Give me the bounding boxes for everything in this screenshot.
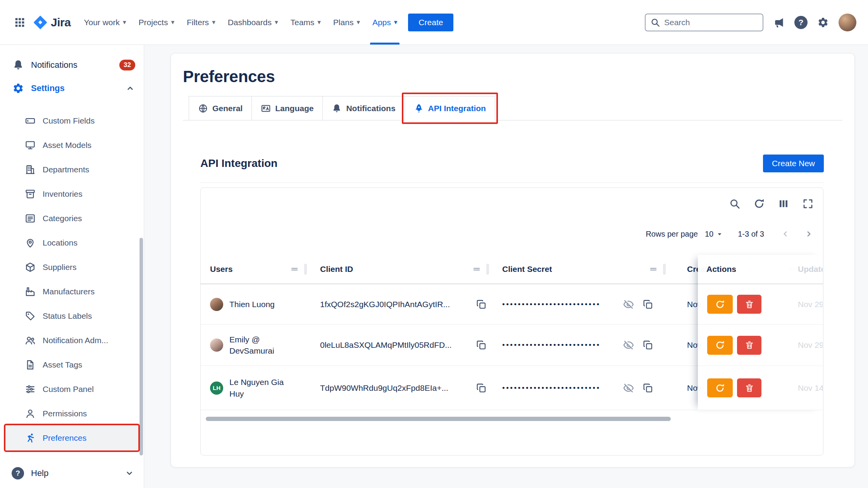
locations-icon bbox=[25, 237, 36, 248]
sidebar-item-notifications[interactable]: Notifications 32 bbox=[0, 53, 144, 77]
nav-item-apps[interactable]: Apps bbox=[366, 0, 403, 45]
help-icon bbox=[12, 467, 24, 479]
user-cell: Emily @ DevSamurai bbox=[201, 325, 311, 366]
horizontal-scrollbar[interactable] bbox=[206, 417, 671, 421]
nav-item-projects[interactable]: Projects bbox=[133, 0, 181, 45]
copy-icon[interactable] bbox=[642, 340, 653, 351]
nav-item-dashboards[interactable]: Dashboards bbox=[222, 0, 284, 45]
app-switcher-icon[interactable] bbox=[13, 16, 26, 29]
asset-models-icon bbox=[25, 140, 36, 151]
manufacturers-icon bbox=[25, 286, 36, 297]
nav-item-label: Filters bbox=[187, 18, 209, 27]
custom-fields-icon bbox=[25, 115, 36, 126]
actions-row: Nov 14 bbox=[698, 366, 823, 410]
chevron-down-icon bbox=[275, 18, 278, 26]
table-columns-icon[interactable] bbox=[778, 198, 789, 210]
tab-language[interactable]: Language bbox=[251, 96, 323, 120]
drag-icon[interactable] bbox=[648, 264, 658, 274]
announcements-icon[interactable] bbox=[773, 17, 785, 28]
sidebar-item-suppliers[interactable]: Suppliers bbox=[0, 255, 144, 279]
sidebar-item-settings[interactable]: Settings bbox=[0, 77, 144, 100]
rows-per-page-select[interactable]: 10 bbox=[705, 230, 724, 239]
eye-off-icon[interactable] bbox=[623, 299, 634, 310]
settings-label: Settings bbox=[31, 83, 118, 93]
bell-icon bbox=[12, 59, 24, 71]
copy-icon[interactable] bbox=[642, 299, 653, 310]
regenerate-button[interactable] bbox=[707, 295, 733, 314]
sidebar-item-categories[interactable]: Categories bbox=[0, 206, 144, 230]
chevron-down-icon bbox=[317, 18, 321, 26]
column-divider bbox=[663, 264, 666, 275]
table-refresh-icon[interactable] bbox=[753, 198, 765, 210]
help-icon[interactable] bbox=[794, 16, 808, 29]
table-fullscreen-icon[interactable] bbox=[802, 198, 814, 210]
rows-per-page-label: Rows per page bbox=[646, 230, 698, 239]
regenerate-button[interactable] bbox=[707, 378, 733, 397]
sidebar-item-inventories[interactable]: Inventories bbox=[0, 182, 144, 206]
eye-off-icon[interactable] bbox=[623, 383, 634, 393]
copy-icon[interactable] bbox=[476, 383, 487, 393]
create-button[interactable]: Create bbox=[408, 14, 453, 31]
sidebar-item-status-labels[interactable]: Status Labels bbox=[0, 304, 144, 328]
updated-column-header: Updated bbox=[798, 265, 823, 274]
drag-icon[interactable] bbox=[472, 264, 482, 274]
sidebar-item-asset-tags[interactable]: Asset Tags bbox=[0, 352, 144, 377]
nav-item-teams[interactable]: Teams bbox=[284, 0, 327, 45]
sidebar-item-help[interactable]: Help bbox=[0, 459, 144, 488]
refresh-icon bbox=[715, 299, 725, 309]
nav-item-filters[interactable]: Filters bbox=[181, 0, 222, 45]
jira-logo[interactable]: Jira bbox=[33, 15, 71, 29]
drag-icon[interactable] bbox=[289, 264, 300, 274]
column-header-label: Client Secret bbox=[502, 265, 552, 274]
sidebar-scrollbar[interactable] bbox=[140, 238, 143, 455]
sidebar-item-label: Categories bbox=[43, 214, 82, 223]
delete-button[interactable] bbox=[737, 295, 761, 314]
sidebar-item-custom-panel[interactable]: Custom Panel bbox=[0, 377, 144, 401]
logo-text: Jira bbox=[51, 16, 71, 29]
permissions-icon bbox=[25, 408, 36, 419]
delete-button[interactable] bbox=[737, 378, 761, 397]
sidebar-item-notification-adm[interactable]: Notification Adm... bbox=[0, 328, 144, 352]
settings-gear-icon[interactable] bbox=[817, 17, 829, 28]
delete-button[interactable] bbox=[737, 336, 761, 355]
copy-icon[interactable] bbox=[642, 383, 653, 393]
inventories-icon bbox=[25, 189, 36, 199]
sidebar-item-departments[interactable]: Departments bbox=[0, 157, 144, 182]
sidebar-item-manufacturers[interactable]: Manufacturers bbox=[0, 279, 144, 304]
table-search-icon[interactable] bbox=[729, 198, 741, 210]
create-new-button[interactable]: Create New bbox=[763, 155, 824, 172]
chevron-up-icon bbox=[125, 83, 135, 93]
notification-admin-icon bbox=[25, 335, 36, 346]
nav-item-label: Dashboards bbox=[228, 18, 272, 27]
trash-icon bbox=[745, 300, 754, 309]
language-icon bbox=[261, 103, 271, 113]
sidebar-item-locations[interactable]: Locations bbox=[0, 230, 144, 255]
sidebar-item-asset-models[interactable]: Asset Models bbox=[0, 133, 144, 157]
pagination-next-button[interactable] bbox=[804, 229, 814, 239]
categories-icon bbox=[25, 213, 36, 224]
client-id-cell: 0leLuL8aSXQLAMqPMtIly05RdFD... bbox=[311, 325, 493, 366]
sidebar-item-label: Preferences bbox=[43, 433, 86, 443]
tab-notifications[interactable]: Notifications bbox=[322, 96, 405, 120]
tab-api-integration[interactable]: API Integration bbox=[405, 96, 495, 120]
copy-icon[interactable] bbox=[476, 340, 487, 351]
sidebar-item-custom-fields[interactable]: Custom Fields bbox=[0, 108, 144, 133]
nav-item-plans[interactable]: Plans bbox=[327, 0, 366, 45]
actions-column-header: Actions bbox=[698, 265, 736, 274]
sidebar-item-permissions[interactable]: Permissions bbox=[0, 401, 144, 426]
nav-item-your-work[interactable]: Your work bbox=[78, 0, 132, 45]
gear-icon bbox=[12, 82, 24, 94]
user-avatar[interactable] bbox=[839, 14, 856, 31]
asset-tags-icon bbox=[25, 359, 36, 370]
settings-submenu: Custom FieldsAsset ModelsDepartmentsInve… bbox=[0, 108, 144, 450]
actions-row: Nov 29 bbox=[698, 325, 823, 366]
user-avatar: LH bbox=[210, 381, 223, 395]
search-input[interactable] bbox=[664, 18, 758, 27]
eye-off-icon[interactable] bbox=[623, 340, 634, 351]
tab-general[interactable]: General bbox=[189, 96, 252, 120]
sidebar-item-preferences[interactable]: Preferences bbox=[5, 426, 138, 450]
pagination-prev-button[interactable] bbox=[780, 229, 790, 239]
regenerate-button[interactable] bbox=[707, 336, 733, 355]
copy-icon[interactable] bbox=[476, 299, 487, 310]
actions-header-row: Actions Updated bbox=[698, 255, 823, 284]
